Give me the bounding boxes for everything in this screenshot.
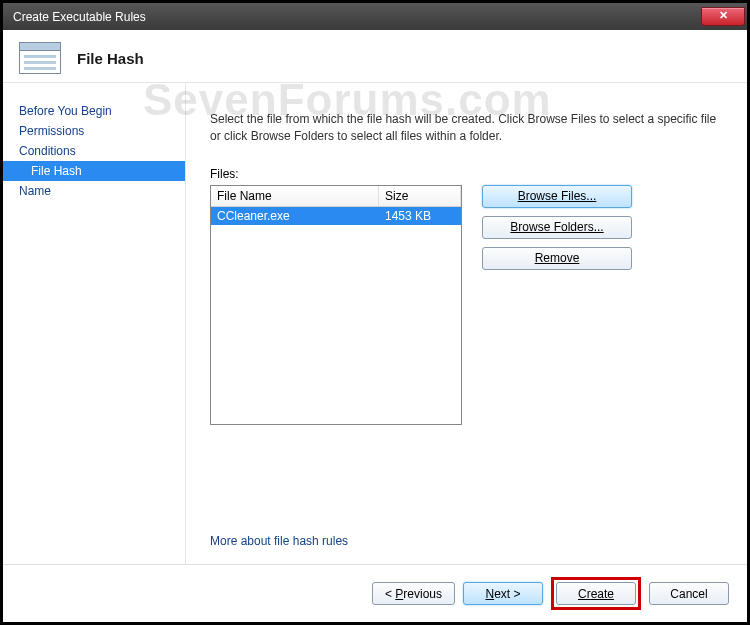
next-button[interactable]: Next > [463, 582, 543, 605]
col-file-name[interactable]: File Name [211, 186, 379, 206]
more-info-link[interactable]: More about file hash rules [210, 534, 727, 548]
create-highlight: Create [551, 577, 641, 610]
col-size[interactable]: Size [379, 186, 461, 206]
cancel-button[interactable]: Cancel [649, 582, 729, 605]
close-button[interactable]: ✕ [701, 7, 745, 26]
title-bar: Create Executable Rules ✕ [3, 3, 747, 30]
wizard-nav: Before You Begin Permissions Conditions … [3, 83, 186, 564]
header-band: File Hash [3, 30, 747, 83]
dialog-window: Create Executable Rules ✕ File Hash Seve… [0, 0, 750, 625]
files-row: File Name Size CCleaner.exe 1453 KB Brow… [210, 185, 727, 425]
files-listbox[interactable]: File Name Size CCleaner.exe 1453 KB [210, 185, 462, 425]
cell-size: 1453 KB [379, 207, 461, 225]
previous-button[interactable]: < Previous [372, 582, 455, 605]
page-title: File Hash [77, 50, 144, 67]
file-hash-icon [19, 42, 61, 74]
instruction-text: Select the file from which the file hash… [210, 111, 727, 145]
nav-conditions[interactable]: Conditions [3, 141, 185, 161]
nav-file-hash[interactable]: File Hash [3, 161, 185, 181]
window-title: Create Executable Rules [13, 10, 701, 24]
body: SevenForums.com Before You Begin Permiss… [3, 83, 747, 564]
nav-before-you-begin[interactable]: Before You Begin [3, 101, 185, 121]
table-row[interactable]: CCleaner.exe 1453 KB [211, 207, 461, 225]
wizard-footer: < Previous Next > Create Cancel [3, 564, 747, 622]
cell-file-name: CCleaner.exe [211, 207, 379, 225]
list-header: File Name Size [211, 186, 461, 207]
file-actions: Browse Files... Browse Folders... Remove [482, 185, 632, 270]
browse-folders-button[interactable]: Browse Folders... [482, 216, 632, 239]
create-button[interactable]: Create [556, 582, 636, 605]
files-label: Files: [210, 167, 727, 181]
nav-name[interactable]: Name [3, 181, 185, 201]
remove-button[interactable]: Remove [482, 247, 632, 270]
browse-files-button[interactable]: Browse Files... [482, 185, 632, 208]
nav-permissions[interactable]: Permissions [3, 121, 185, 141]
content-panel: Select the file from which the file hash… [186, 83, 747, 564]
